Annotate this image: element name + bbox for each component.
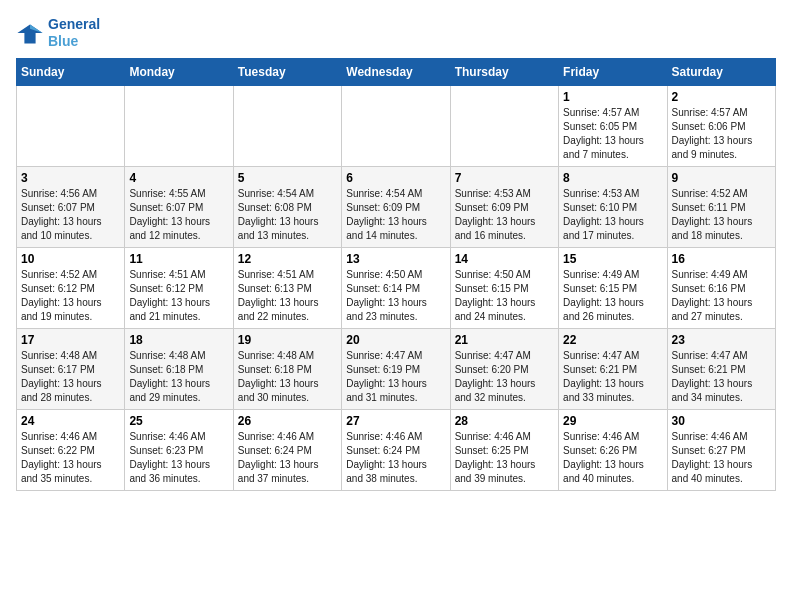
day-number: 15 [563,252,662,266]
weekday-header: Wednesday [342,58,450,85]
day-number: 8 [563,171,662,185]
calendar-cell: 27Sunrise: 4:46 AM Sunset: 6:24 PM Dayli… [342,409,450,490]
day-detail: Sunrise: 4:48 AM Sunset: 6:18 PM Dayligh… [238,349,337,405]
logo-text: General Blue [48,16,100,50]
calendar-cell: 3Sunrise: 4:56 AM Sunset: 6:07 PM Daylig… [17,166,125,247]
calendar-cell: 28Sunrise: 4:46 AM Sunset: 6:25 PM Dayli… [450,409,558,490]
day-number: 5 [238,171,337,185]
day-detail: Sunrise: 4:47 AM Sunset: 6:21 PM Dayligh… [563,349,662,405]
calendar-cell: 13Sunrise: 4:50 AM Sunset: 6:14 PM Dayli… [342,247,450,328]
day-number: 28 [455,414,554,428]
day-number: 25 [129,414,228,428]
weekday-header: Sunday [17,58,125,85]
day-detail: Sunrise: 4:57 AM Sunset: 6:05 PM Dayligh… [563,106,662,162]
day-detail: Sunrise: 4:48 AM Sunset: 6:17 PM Dayligh… [21,349,120,405]
calendar-week-row: 10Sunrise: 4:52 AM Sunset: 6:12 PM Dayli… [17,247,776,328]
day-detail: Sunrise: 4:54 AM Sunset: 6:09 PM Dayligh… [346,187,445,243]
day-detail: Sunrise: 4:53 AM Sunset: 6:10 PM Dayligh… [563,187,662,243]
calendar-week-row: 3Sunrise: 4:56 AM Sunset: 6:07 PM Daylig… [17,166,776,247]
calendar-cell: 21Sunrise: 4:47 AM Sunset: 6:20 PM Dayli… [450,328,558,409]
calendar-cell: 7Sunrise: 4:53 AM Sunset: 6:09 PM Daylig… [450,166,558,247]
header: General Blue [16,16,776,50]
day-number: 9 [672,171,771,185]
day-number: 27 [346,414,445,428]
calendar-cell: 15Sunrise: 4:49 AM Sunset: 6:15 PM Dayli… [559,247,667,328]
day-detail: Sunrise: 4:46 AM Sunset: 6:27 PM Dayligh… [672,430,771,486]
calendar-cell: 16Sunrise: 4:49 AM Sunset: 6:16 PM Dayli… [667,247,775,328]
day-detail: Sunrise: 4:56 AM Sunset: 6:07 PM Dayligh… [21,187,120,243]
calendar-cell: 14Sunrise: 4:50 AM Sunset: 6:15 PM Dayli… [450,247,558,328]
day-detail: Sunrise: 4:46 AM Sunset: 6:26 PM Dayligh… [563,430,662,486]
day-detail: Sunrise: 4:49 AM Sunset: 6:15 PM Dayligh… [563,268,662,324]
day-detail: Sunrise: 4:46 AM Sunset: 6:24 PM Dayligh… [238,430,337,486]
calendar-cell: 30Sunrise: 4:46 AM Sunset: 6:27 PM Dayli… [667,409,775,490]
calendar-cell [342,85,450,166]
calendar-week-row: 17Sunrise: 4:48 AM Sunset: 6:17 PM Dayli… [17,328,776,409]
calendar-cell: 10Sunrise: 4:52 AM Sunset: 6:12 PM Dayli… [17,247,125,328]
day-number: 30 [672,414,771,428]
day-number: 29 [563,414,662,428]
weekday-header: Friday [559,58,667,85]
day-number: 21 [455,333,554,347]
day-number: 10 [21,252,120,266]
day-detail: Sunrise: 4:47 AM Sunset: 6:21 PM Dayligh… [672,349,771,405]
calendar-header-row: SundayMondayTuesdayWednesdayThursdayFrid… [17,58,776,85]
day-detail: Sunrise: 4:52 AM Sunset: 6:12 PM Dayligh… [21,268,120,324]
day-detail: Sunrise: 4:49 AM Sunset: 6:16 PM Dayligh… [672,268,771,324]
day-detail: Sunrise: 4:46 AM Sunset: 6:24 PM Dayligh… [346,430,445,486]
calendar-cell: 12Sunrise: 4:51 AM Sunset: 6:13 PM Dayli… [233,247,341,328]
day-detail: Sunrise: 4:54 AM Sunset: 6:08 PM Dayligh… [238,187,337,243]
day-number: 24 [21,414,120,428]
day-detail: Sunrise: 4:53 AM Sunset: 6:09 PM Dayligh… [455,187,554,243]
day-detail: Sunrise: 4:55 AM Sunset: 6:07 PM Dayligh… [129,187,228,243]
day-number: 2 [672,90,771,104]
calendar-cell: 6Sunrise: 4:54 AM Sunset: 6:09 PM Daylig… [342,166,450,247]
day-detail: Sunrise: 4:52 AM Sunset: 6:11 PM Dayligh… [672,187,771,243]
day-number: 14 [455,252,554,266]
day-number: 6 [346,171,445,185]
calendar-week-row: 24Sunrise: 4:46 AM Sunset: 6:22 PM Dayli… [17,409,776,490]
day-number: 7 [455,171,554,185]
calendar-cell: 2Sunrise: 4:57 AM Sunset: 6:06 PM Daylig… [667,85,775,166]
calendar-cell: 18Sunrise: 4:48 AM Sunset: 6:18 PM Dayli… [125,328,233,409]
day-number: 22 [563,333,662,347]
calendar-cell: 5Sunrise: 4:54 AM Sunset: 6:08 PM Daylig… [233,166,341,247]
day-number: 19 [238,333,337,347]
day-number: 3 [21,171,120,185]
day-detail: Sunrise: 4:46 AM Sunset: 6:22 PM Dayligh… [21,430,120,486]
calendar-cell: 23Sunrise: 4:47 AM Sunset: 6:21 PM Dayli… [667,328,775,409]
day-detail: Sunrise: 4:47 AM Sunset: 6:19 PM Dayligh… [346,349,445,405]
calendar-cell: 8Sunrise: 4:53 AM Sunset: 6:10 PM Daylig… [559,166,667,247]
day-number: 20 [346,333,445,347]
day-number: 16 [672,252,771,266]
calendar-cell: 26Sunrise: 4:46 AM Sunset: 6:24 PM Dayli… [233,409,341,490]
calendar-cell: 17Sunrise: 4:48 AM Sunset: 6:17 PM Dayli… [17,328,125,409]
calendar-week-row: 1Sunrise: 4:57 AM Sunset: 6:05 PM Daylig… [17,85,776,166]
day-detail: Sunrise: 4:46 AM Sunset: 6:25 PM Dayligh… [455,430,554,486]
day-detail: Sunrise: 4:50 AM Sunset: 6:14 PM Dayligh… [346,268,445,324]
logo: General Blue [16,16,100,50]
calendar-cell: 9Sunrise: 4:52 AM Sunset: 6:11 PM Daylig… [667,166,775,247]
calendar-cell: 4Sunrise: 4:55 AM Sunset: 6:07 PM Daylig… [125,166,233,247]
day-number: 26 [238,414,337,428]
calendar-cell: 24Sunrise: 4:46 AM Sunset: 6:22 PM Dayli… [17,409,125,490]
calendar-cell: 29Sunrise: 4:46 AM Sunset: 6:26 PM Dayli… [559,409,667,490]
day-number: 1 [563,90,662,104]
calendar-cell [450,85,558,166]
calendar-cell: 25Sunrise: 4:46 AM Sunset: 6:23 PM Dayli… [125,409,233,490]
day-detail: Sunrise: 4:57 AM Sunset: 6:06 PM Dayligh… [672,106,771,162]
day-number: 4 [129,171,228,185]
weekday-header: Saturday [667,58,775,85]
day-number: 18 [129,333,228,347]
calendar-cell: 19Sunrise: 4:48 AM Sunset: 6:18 PM Dayli… [233,328,341,409]
weekday-header: Monday [125,58,233,85]
day-number: 12 [238,252,337,266]
day-detail: Sunrise: 4:50 AM Sunset: 6:15 PM Dayligh… [455,268,554,324]
day-detail: Sunrise: 4:46 AM Sunset: 6:23 PM Dayligh… [129,430,228,486]
day-detail: Sunrise: 4:48 AM Sunset: 6:18 PM Dayligh… [129,349,228,405]
day-number: 17 [21,333,120,347]
calendar-cell: 11Sunrise: 4:51 AM Sunset: 6:12 PM Dayli… [125,247,233,328]
day-number: 23 [672,333,771,347]
weekday-header: Tuesday [233,58,341,85]
calendar-cell: 22Sunrise: 4:47 AM Sunset: 6:21 PM Dayli… [559,328,667,409]
